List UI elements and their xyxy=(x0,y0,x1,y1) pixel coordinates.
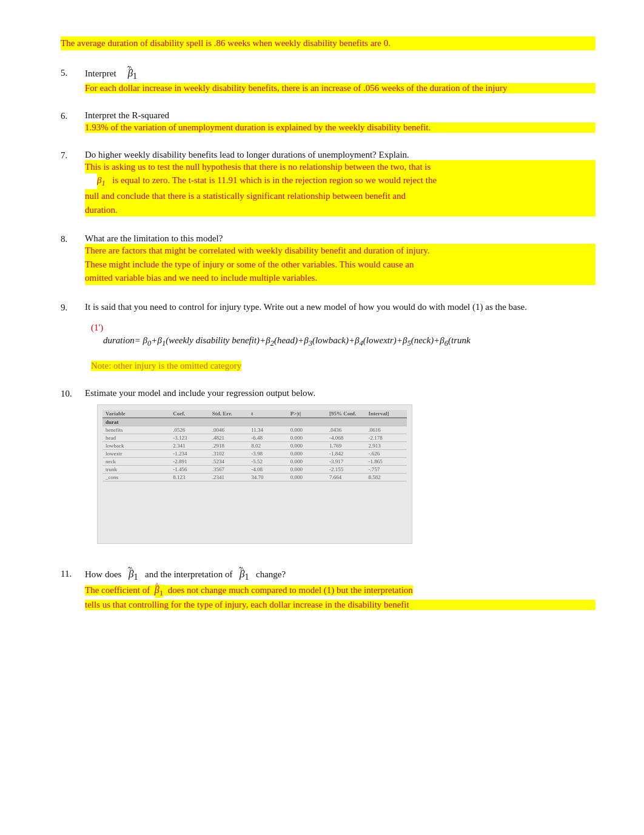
section-8-content: What are the limitation to this model? T… xyxy=(85,233,595,285)
se-neck: .5234 xyxy=(210,458,249,464)
coef-benefits: .0526 xyxy=(171,427,210,433)
coef-neck: -2.891 xyxy=(171,458,210,464)
table-row: head -3.123 .4821 -6.48 0.000 -4.068 -2.… xyxy=(102,434,407,442)
t-head: -6.48 xyxy=(249,435,288,441)
coef-lowextr: -1.234 xyxy=(171,451,210,457)
section-5-header: 5. Interpret ^ β1 For each dollar increa… xyxy=(61,67,595,93)
ci-lo-cons: 7.664 xyxy=(327,474,366,480)
t-lowback: 8.02 xyxy=(249,443,288,449)
t-trunk: -4.08 xyxy=(249,466,288,472)
section-5-question-text: Interpret xyxy=(85,69,123,78)
section-8-answer-line3: omitted variable bias and we need to inc… xyxy=(85,271,595,285)
regression-table: Variable Coef. Std. Err. t P>|t| [95% Co… xyxy=(97,404,412,544)
se-benefits: .0046 xyxy=(210,427,249,433)
section-9-model: (1') duration= β0+β1(weekly disability b… xyxy=(91,323,595,371)
col-stderr: Std. Err. xyxy=(210,411,249,417)
ci-lo-lowback: 1.769 xyxy=(327,443,366,449)
ci-lo-benefits: .0436 xyxy=(327,427,366,433)
t-benefits: 11.34 xyxy=(249,427,288,433)
col-conf-low: [95% Conf. xyxy=(327,411,366,417)
section-6-content: Interpret the R-squared 1.93% of the var… xyxy=(85,110,595,133)
section-7: 7. Do higher weekly disability benefits … xyxy=(61,150,595,216)
section-8: 8. What are the limitation to this model… xyxy=(61,233,595,285)
col-conf-high: Interval] xyxy=(367,411,406,417)
se-lowback: .2918 xyxy=(210,443,249,449)
table-subheader-row: durat xyxy=(102,418,407,426)
var-neck: neck xyxy=(104,458,171,464)
section-8-answer-line1: There are factors that might be correlat… xyxy=(85,244,595,258)
model-equation: duration= β0+β1(weekly disability benefi… xyxy=(103,335,595,348)
section-9-question: It is said that you need to control for … xyxy=(85,302,527,312)
section-5-answer: For each dollar increase in weekly disab… xyxy=(85,83,595,93)
top-answer-section: The average duration of disability spell… xyxy=(61,36,595,50)
section-10: 10. Estimate your model and include your… xyxy=(61,388,595,551)
table-row: benefits .0526 .0046 11.34 0.000 .0436 .… xyxy=(102,426,407,434)
regression-table-inner: Variable Coef. Std. Err. t P>|t| [95% Co… xyxy=(98,405,412,543)
section-6-header: 6. Interpret the R-squared 1.93% of the … xyxy=(61,110,595,133)
se-trunk: .3567 xyxy=(210,466,249,472)
section-11: 11. How does ^ β1 and the interpretation… xyxy=(61,568,595,611)
p-benefits: 0.000 xyxy=(289,427,327,433)
coef-trunk: -1.456 xyxy=(171,466,210,472)
beta-hat-q11-1: ^ β1 xyxy=(129,568,138,582)
section-8-num: 8. xyxy=(61,233,85,244)
ci-hi-lowextr: -.626 xyxy=(367,451,406,457)
ci-hi-head: -2.178 xyxy=(367,435,406,441)
ci-hi-lowback: 2.913 xyxy=(367,443,406,449)
col-variable: Variable xyxy=(104,411,171,417)
beta-hat-q11-2: ^ β1 xyxy=(240,568,249,582)
section-7-content: Do higher weekly disability benefits lea… xyxy=(85,150,595,216)
section-5-num: 5. xyxy=(61,67,85,78)
section-11-content: How does ^ β1 and the interpretation of … xyxy=(85,568,595,611)
subhdr-durat: durat xyxy=(104,419,171,425)
t-neck: -5.52 xyxy=(249,458,288,464)
se-cons: .2341 xyxy=(210,474,249,480)
t-lowextr: -3.98 xyxy=(249,451,288,457)
section-6: 6. Interpret the R-squared 1.93% of the … xyxy=(61,110,595,133)
ci-hi-trunk: -.757 xyxy=(367,466,406,472)
p-neck: 0.000 xyxy=(289,458,327,464)
p-lowback: 0.000 xyxy=(289,443,327,449)
section-11-answer-line2: tells us that controlling for the type o… xyxy=(85,600,595,610)
t-cons: 34.70 xyxy=(249,474,288,480)
table-row: _cons 8.123 .2341 34.70 0.000 7.664 8.58… xyxy=(102,474,407,481)
section-10-question: Estimate your model and include your reg… xyxy=(85,388,315,398)
ci-lo-head: -4.068 xyxy=(327,435,366,441)
table-row: neck -2.891 .5234 -5.52 0.000 -3.917 -1.… xyxy=(102,458,407,466)
section-7-answer-line1: This is asking us to test the null hypot… xyxy=(85,160,595,174)
q11-answer-coef-prefix: The coefficient of xyxy=(85,585,155,595)
se-head: .4821 xyxy=(210,435,249,441)
section-7-header: 7. Do higher weekly disability benefits … xyxy=(61,150,595,216)
model-label: (1') xyxy=(91,323,103,332)
se-lowextr: .3102 xyxy=(210,451,249,457)
section-8-question: What are the limitation to this model? xyxy=(85,233,223,243)
section-10-num: 10. xyxy=(61,388,85,399)
section-11-answer-line1: The coefficient of ^ β1 does not change … xyxy=(85,585,595,598)
section-5-content: Interpret ^ β1 For each dollar increase … xyxy=(85,67,595,93)
var-lowback: lowback xyxy=(104,443,171,449)
col-p: P>|t| xyxy=(289,411,327,417)
var-benefits: benefits xyxy=(104,427,171,433)
ci-lo-lowextr: -1.842 xyxy=(327,451,366,457)
col-t: t xyxy=(249,411,288,417)
section-10-content: Estimate your model and include your reg… xyxy=(85,388,595,551)
ci-hi-cons: 8.582 xyxy=(367,474,406,480)
var-trunk: trunk xyxy=(104,466,171,472)
p-cons: 0.000 xyxy=(289,474,327,480)
var-cons: _cons xyxy=(104,474,171,480)
var-lowextr: lowextr xyxy=(104,451,171,457)
section-8-answer-line2: These might include the type of injury o… xyxy=(85,258,595,272)
section-10-header: 10. Estimate your model and include your… xyxy=(61,388,595,551)
q11-beta-hat: ^ β1 xyxy=(155,585,164,598)
ci-lo-trunk: -2.155 xyxy=(327,466,366,472)
section-9-header: 9. It is said that you need to control f… xyxy=(61,302,595,371)
table-row: lowback 2.341 .2918 8.02 0.000 1.769 2.9… xyxy=(102,442,407,450)
ci-hi-benefits: .0616 xyxy=(367,427,406,433)
coef-lowback: 2.341 xyxy=(171,443,210,449)
section-6-answer: 1.93% of the variation of unemployment d… xyxy=(85,122,595,133)
section-9-num: 9. xyxy=(61,302,85,313)
table-row: trunk -1.456 .3567 -4.08 0.000 -2.155 -.… xyxy=(102,466,407,474)
ci-hi-neck: -1.865 xyxy=(367,458,406,464)
section-8-header: 8. What are the limitation to this model… xyxy=(61,233,595,285)
p-lowextr: 0.000 xyxy=(289,451,327,457)
